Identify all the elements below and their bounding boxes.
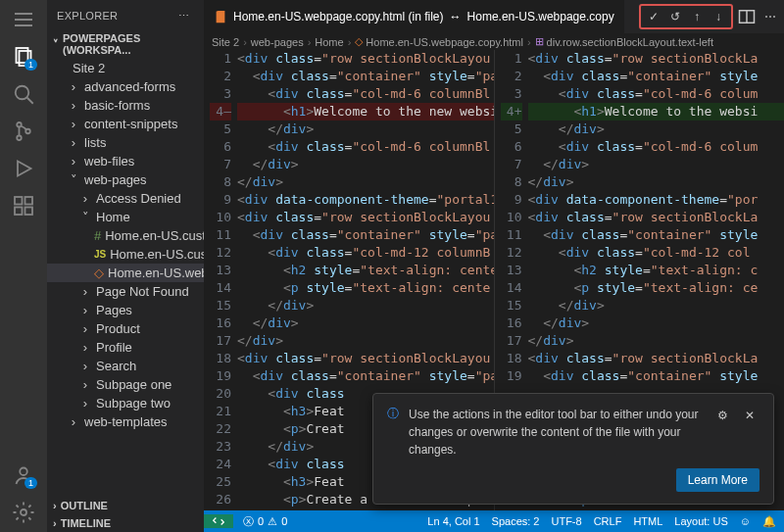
svg-point-3 [17, 122, 22, 127]
cursor-position[interactable]: Ln 4, Col 1 [427, 515, 479, 527]
tree-item[interactable]: ›Pages [47, 301, 204, 319]
bc-symbol[interactable]: ⊞div.row.sectionBlockLayout.text-left [535, 35, 713, 48]
bc-folder[interactable]: web-pages [251, 36, 304, 48]
notif-settings-icon[interactable]: ⚙ [712, 406, 732, 425]
bc-folder[interactable]: Site 2 [212, 36, 239, 48]
svg-rect-7 [25, 197, 33, 205]
accept-icon[interactable]: ✓ [644, 7, 663, 26]
next-change-icon[interactable]: ↓ [709, 7, 728, 26]
sidebar: EXPLORER ⋯ ˅POWERPAGES (WORKSPA... Site … [47, 0, 204, 532]
notification-message: Use the actions in the editor tool bar t… [409, 406, 703, 459]
svg-point-10 [20, 468, 27, 476]
diff-toolbar-group: ✓ ↺ ↑ ↓ [639, 4, 733, 29]
workspace-header[interactable]: ˅POWERPAGES (WORKSPA... [47, 29, 204, 59]
feedback-icon[interactable]: ☺ [740, 515, 751, 527]
file-tree: Site 2›advanced-forms›basic-forms›conten… [47, 59, 204, 497]
explorer-icon[interactable]: 1 [12, 45, 35, 69]
tree-item[interactable]: Site 2 [47, 59, 204, 77]
tree-item[interactable]: JSHome.en-US.cust... [47, 245, 204, 264]
tree-item[interactable]: #Home.en-US.cust... [47, 226, 204, 245]
diff-tab[interactable]: Home.en-US.webpage.copy.html (in file) ↔… [204, 0, 625, 33]
tree-item[interactable]: ›Subpage two [47, 394, 204, 412]
tree-item[interactable]: ›web-files [47, 152, 204, 170]
encoding-status[interactable]: UTF-8 [551, 515, 581, 527]
tree-item[interactable]: ˅Home [47, 208, 204, 226]
tab-label-left: Home.en-US.webpage.copy.html (in file) [233, 10, 444, 24]
more-actions-icon[interactable]: ⋯ [760, 7, 780, 26]
tree-item[interactable]: ›lists [47, 133, 204, 152]
tree-item[interactable]: ›Access Denied [47, 189, 204, 208]
svg-point-4 [17, 136, 22, 141]
svg-point-2 [16, 86, 29, 100]
notification-toast: ⓘ Use the actions in the editor tool bar… [372, 393, 774, 505]
eol-status[interactable]: CRLF [594, 515, 622, 527]
notif-close-icon[interactable]: ✕ [740, 406, 760, 425]
activity-bar: 1 1 [0, 0, 47, 532]
svg-rect-6 [15, 197, 23, 205]
tree-item[interactable]: ›content-snippets [47, 115, 204, 133]
gutter-left: 1234—56789101112131415161718192021222324… [204, 50, 237, 510]
workspace-name: POWERPAGES (WORKSPA... [63, 32, 198, 56]
menu-icon[interactable] [12, 8, 35, 31]
bc-folder[interactable]: Home [315, 36, 343, 48]
timeline-section[interactable]: ›TIMELINE [47, 514, 204, 532]
status-bar: ⓧ0⚠0 Ln 4, Col 1 Spaces: 2 UTF-8 CRLF HT… [204, 510, 784, 532]
tree-item[interactable]: ›advanced-forms [47, 77, 204, 96]
learn-more-button[interactable]: Learn More [676, 468, 760, 492]
split-editor-icon[interactable] [737, 7, 757, 26]
tree-item[interactable]: ›Subpage one [47, 375, 204, 394]
layout-status[interactable]: Layout: US [674, 515, 727, 527]
tree-item[interactable]: ›Product [47, 319, 204, 338]
tree-item[interactable]: ›Search [47, 357, 204, 375]
remote-indicator[interactable] [204, 514, 233, 528]
tree-item[interactable]: ›basic-forms [47, 96, 204, 115]
more-icon[interactable]: ⋯ [174, 6, 194, 25]
outline-section[interactable]: ›OUTLINE [47, 497, 204, 514]
language-status[interactable]: HTML [633, 515, 662, 527]
tab-bar: Home.en-US.webpage.copy.html (in file) ↔… [204, 0, 784, 33]
file-icon [214, 10, 227, 24]
extensions-icon[interactable] [12, 194, 35, 218]
source-control-icon[interactable] [12, 120, 35, 143]
notifications-icon[interactable]: 🔔 [762, 515, 776, 528]
svg-rect-8 [15, 208, 23, 216]
tree-item[interactable]: ›web-templates [47, 412, 204, 431]
tree-item[interactable]: ›Page Not Found [47, 282, 204, 301]
tab-label-right: Home.en-US.webpage.copy [467, 10, 614, 24]
svg-point-11 [21, 509, 26, 515]
bc-file[interactable]: ◇Home.en-US.webpage.copy.html [355, 35, 523, 48]
tab-arrow-icon: ↔ [450, 10, 462, 24]
svg-point-5 [25, 129, 30, 134]
tree-item[interactable]: ›Profile [47, 338, 204, 357]
problems-status[interactable]: ⓧ0⚠0 [243, 514, 287, 529]
tree-item[interactable]: ˅web-pages [47, 170, 204, 189]
settings-icon[interactable] [12, 501, 35, 524]
breadcrumbs[interactable]: Site 2› web-pages› Home› ◇Home.en-US.web… [204, 33, 784, 50]
tree-item[interactable]: ◇Home.en-US.web... [47, 264, 204, 282]
explorer-header: EXPLORER ⋯ [47, 0, 204, 29]
account-icon[interactable]: 1 [12, 463, 35, 487]
prev-change-icon[interactable]: ↑ [687, 7, 707, 26]
indent-status[interactable]: Spaces: 2 [492, 515, 540, 527]
svg-rect-9 [25, 208, 33, 216]
explorer-title: EXPLORER [57, 10, 118, 22]
revert-icon[interactable]: ↺ [665, 7, 685, 26]
search-icon[interactable] [12, 82, 35, 106]
run-debug-icon[interactable] [12, 157, 35, 180]
info-icon: ⓘ [387, 406, 399, 459]
